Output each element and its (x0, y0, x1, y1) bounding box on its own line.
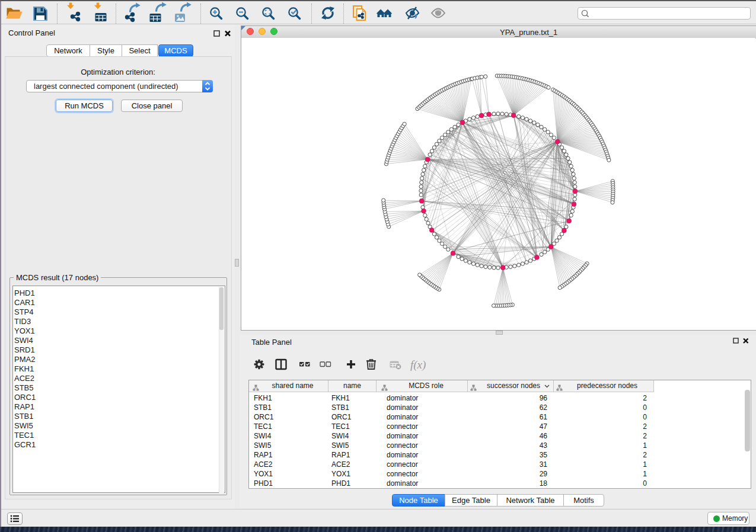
svg-text:f(x): f(x) (410, 358, 426, 371)
